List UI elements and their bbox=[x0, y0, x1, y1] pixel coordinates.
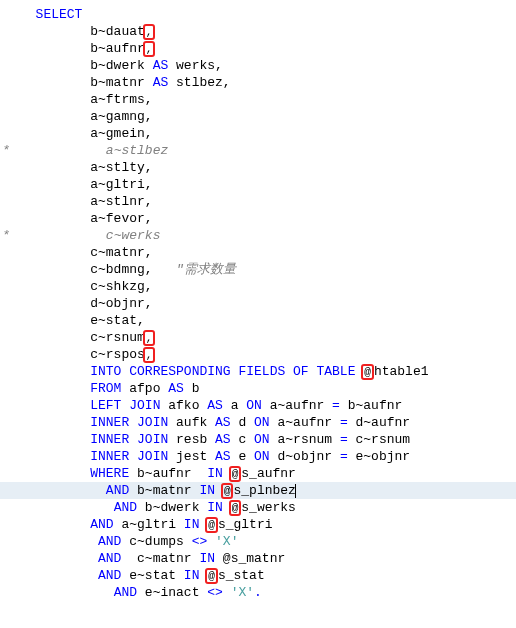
token-op: , bbox=[145, 160, 153, 175]
token-kw: INNER JOIN bbox=[90, 432, 168, 447]
token-kw: INNER JOIN bbox=[90, 415, 168, 430]
token-id: a~gamng bbox=[90, 109, 145, 124]
token-id: s_plnbez bbox=[233, 483, 295, 498]
token-kw: = bbox=[340, 415, 348, 430]
code-line[interactable]: LEFT JOIN afko AS a ON a~aufnr = b~aufnr bbox=[0, 397, 516, 414]
code-line[interactable]: b~dauat, bbox=[0, 23, 516, 40]
token-id: c~rsnum bbox=[90, 330, 145, 345]
code-line[interactable]: AND b~dwerk IN @s_werks bbox=[0, 499, 516, 516]
token-kw: IN bbox=[199, 551, 215, 566]
token-kw: IN bbox=[199, 483, 215, 498]
token-id: @s_matnr bbox=[215, 551, 285, 566]
token-id: c~shkzg bbox=[90, 279, 145, 294]
token-id: a~rsnum bbox=[270, 432, 340, 447]
code-line[interactable]: c~rsnum, bbox=[0, 329, 516, 346]
token-id: b~dauat bbox=[90, 24, 145, 39]
code-line[interactable]: INNER JOIN aufk AS d ON a~aufnr = d~aufn… bbox=[0, 414, 516, 431]
token-op: , bbox=[145, 245, 153, 260]
code-line[interactable]: b~matnr AS stlbez, bbox=[0, 74, 516, 91]
code-line[interactable]: c~bdmng, "需求数量 bbox=[0, 261, 516, 278]
token-kw: AND bbox=[98, 534, 121, 549]
token-kw: WHERE bbox=[90, 466, 129, 481]
token-kw: AS bbox=[215, 449, 231, 464]
code-line[interactable]: a~stlnr, bbox=[0, 193, 516, 210]
code-line[interactable]: WHERE b~aufnr IN @s_aufnr bbox=[0, 465, 516, 482]
token-id: jest bbox=[168, 449, 215, 464]
token-id: werks bbox=[168, 58, 215, 73]
code-line[interactable]: SELECT bbox=[0, 6, 516, 23]
error-marker-icon: , bbox=[143, 347, 156, 363]
token-id: e~inact bbox=[137, 585, 207, 600]
code-line[interactable]: INNER JOIN jest AS e ON d~objnr = e~objn… bbox=[0, 448, 516, 465]
text-cursor-icon bbox=[295, 484, 296, 498]
code-line[interactable]: b~aufnr, bbox=[0, 40, 516, 57]
code-line[interactable]: a~gltri, bbox=[0, 176, 516, 193]
code-line[interactable]: * c~werks bbox=[0, 227, 516, 244]
token-str: 'X' bbox=[215, 534, 238, 549]
code-line[interactable]: * a~stlbez bbox=[0, 142, 516, 159]
token-id: d bbox=[231, 415, 254, 430]
token-op: , bbox=[145, 126, 153, 141]
token-id: b~aufnr bbox=[340, 398, 402, 413]
token-id: b bbox=[184, 381, 200, 396]
token-kw: AS bbox=[207, 398, 223, 413]
code-line[interactable]: a~fevor, bbox=[0, 210, 516, 227]
token-id: a~stlty bbox=[90, 160, 145, 175]
token-kw: AND bbox=[98, 568, 121, 583]
code-line[interactable]: d~objnr, bbox=[0, 295, 516, 312]
code-line[interactable]: AND e~inact <> 'X'. bbox=[0, 584, 516, 601]
token-op: , bbox=[145, 177, 153, 192]
token-id: c~bdmng bbox=[90, 262, 145, 277]
token-id: e bbox=[231, 449, 254, 464]
error-marker-icon: @ bbox=[229, 500, 242, 516]
token-id: s_aufnr bbox=[241, 466, 296, 481]
token-str: 'X' bbox=[231, 585, 254, 600]
token-id: b~dwerk bbox=[90, 58, 152, 73]
token-id: a~stlnr bbox=[90, 194, 145, 209]
code-line[interactable]: AND c~dumps <> 'X' bbox=[0, 533, 516, 550]
token-id: b~aufnr bbox=[90, 41, 145, 56]
token-op: , bbox=[145, 296, 153, 311]
code-line[interactable]: a~ftrms, bbox=[0, 91, 516, 108]
code-line[interactable]: AND c~matnr IN @s_matnr bbox=[0, 550, 516, 567]
token-kw: ON bbox=[254, 432, 270, 447]
code-line[interactable]: AND a~gltri IN @s_gltri bbox=[0, 516, 516, 533]
code-line[interactable]: b~dwerk AS werks, bbox=[0, 57, 516, 74]
token-kw: AS bbox=[215, 432, 231, 447]
token-kw: ON bbox=[254, 449, 270, 464]
code-line[interactable]: e~stat, bbox=[0, 312, 516, 329]
code-line[interactable]: INNER JOIN resb AS c ON a~rsnum = c~rsnu… bbox=[0, 431, 516, 448]
token-op: , bbox=[137, 313, 145, 328]
error-marker-icon: @ bbox=[205, 568, 218, 584]
token-id: afko bbox=[160, 398, 207, 413]
token-op: , bbox=[145, 109, 153, 124]
code-line[interactable]: a~gmein, bbox=[0, 125, 516, 142]
gutter-comment-marker: * bbox=[2, 227, 10, 244]
token-kw: AND bbox=[114, 585, 137, 600]
token-id: b~dwerk bbox=[137, 500, 207, 515]
token-op: , bbox=[145, 92, 153, 107]
token-kw: IN bbox=[207, 500, 223, 515]
token-id: s_stat bbox=[218, 568, 265, 583]
code-editor[interactable]: SELECT b~dauat, b~aufnr, b~dwerk AS werk… bbox=[0, 6, 516, 601]
token-op: , bbox=[145, 194, 153, 209]
token-id: d~objnr bbox=[90, 296, 145, 311]
error-marker-icon: @ bbox=[229, 466, 242, 482]
code-line[interactable]: c~matnr, bbox=[0, 244, 516, 261]
code-line[interactable]: INTO CORRESPONDING FIELDS OF TABLE @htab… bbox=[0, 363, 516, 380]
code-line[interactable]: AND e~stat IN @s_stat bbox=[0, 567, 516, 584]
token-kw: AS bbox=[215, 415, 231, 430]
token-id: c~rspos bbox=[90, 347, 145, 362]
token-id: afpo bbox=[121, 381, 168, 396]
token-id: c bbox=[231, 432, 254, 447]
code-line[interactable]: a~stlty, bbox=[0, 159, 516, 176]
error-marker-icon: , bbox=[143, 330, 156, 346]
code-line[interactable]: c~rspos, bbox=[0, 346, 516, 363]
error-marker-icon: @ bbox=[361, 364, 374, 380]
token-id: aufk bbox=[168, 415, 215, 430]
gutter-comment-marker: * bbox=[2, 142, 10, 159]
code-line[interactable]: AND b~matnr IN @s_plnbez bbox=[0, 482, 516, 499]
code-line[interactable]: c~shkzg, bbox=[0, 278, 516, 295]
code-line[interactable]: a~gamng, bbox=[0, 108, 516, 125]
code-line[interactable]: FROM afpo AS b bbox=[0, 380, 516, 397]
